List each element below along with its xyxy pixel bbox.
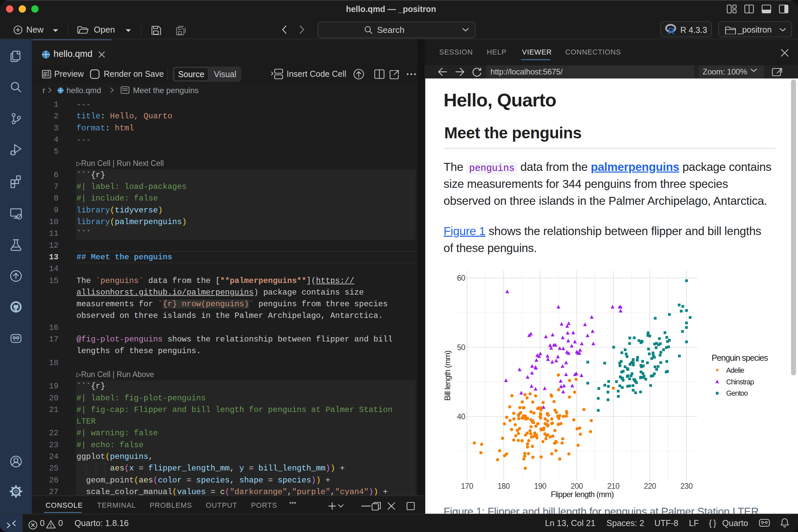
- svg-text:220: 220: [644, 482, 656, 491]
- svg-text:Chinstrap: Chinstrap: [726, 378, 754, 386]
- svg-text:210: 210: [607, 482, 620, 491]
- svg-text:170: 170: [461, 482, 473, 491]
- svg-text:40: 40: [457, 412, 465, 421]
- svg-text:190: 190: [534, 482, 546, 491]
- svg-text:200: 200: [571, 482, 583, 491]
- svg-text:R: R: [668, 26, 674, 35]
- svg-text:Flipper length (mm): Flipper length (mm): [551, 490, 613, 499]
- svg-text:Adelie: Adelie: [726, 366, 744, 374]
- svg-text:Bill length (mm): Bill length (mm): [443, 351, 452, 401]
- svg-text:230: 230: [680, 482, 692, 491]
- svg-text:60: 60: [457, 274, 465, 282]
- svg-text:Penguin species: Penguin species: [711, 353, 768, 362]
- svg-text:50: 50: [457, 343, 465, 352]
- svg-text:Gentoo: Gentoo: [726, 390, 748, 397]
- svg-text:180: 180: [497, 482, 510, 491]
